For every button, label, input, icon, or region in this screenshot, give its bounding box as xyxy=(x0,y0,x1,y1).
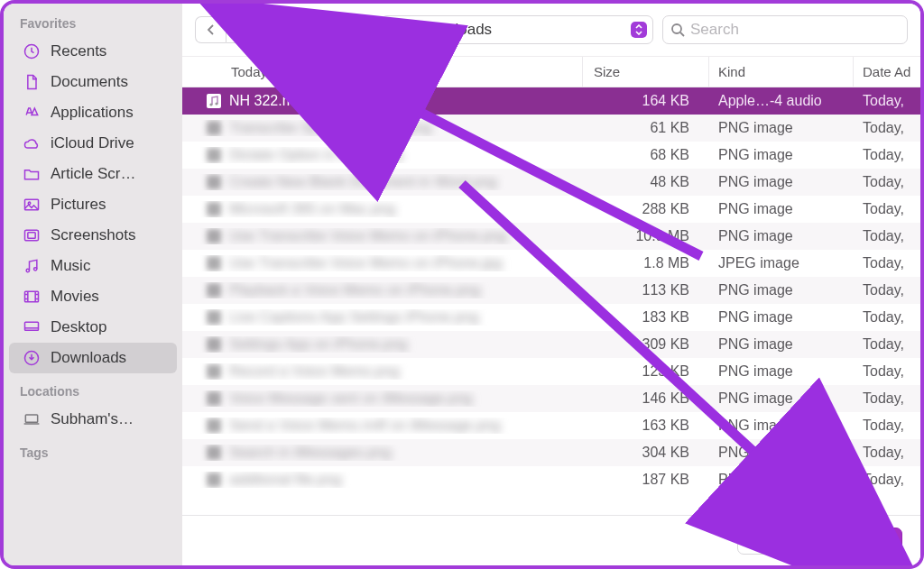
file-date-cell: Today, xyxy=(854,174,920,190)
sidebar-item-label: Movies xyxy=(51,288,164,306)
search-field[interactable] xyxy=(662,15,908,44)
file-row[interactable]: Record a Voice Memo.png123 KBPNG imageTo… xyxy=(182,358,920,385)
file-name-label: Playback a Voice Memo on iPhone.png xyxy=(229,282,480,298)
updown-icon xyxy=(631,22,647,38)
sidebar-item-desktop[interactable]: Desktop xyxy=(9,312,177,343)
view-mode-button[interactable]: ⌄ xyxy=(265,16,314,43)
file-name-label: Record a Voice Memo.png xyxy=(229,363,400,380)
sidebar-item-label: Pictures xyxy=(51,196,164,214)
sidebar-item-label: Screenshots xyxy=(51,226,164,244)
open-button[interactable]: Open xyxy=(829,528,902,555)
file-size-cell: 10.9 MB xyxy=(583,228,709,244)
file-date-cell: Today, xyxy=(854,445,920,461)
column-header-size[interactable]: Size xyxy=(583,57,709,87)
svg-rect-23 xyxy=(207,229,221,243)
image-file-icon xyxy=(206,174,222,190)
sidebar-item-documents[interactable]: Documents xyxy=(9,67,177,97)
search-input[interactable] xyxy=(690,21,900,39)
file-date-cell: Today, xyxy=(854,336,920,353)
column-header-name[interactable]: Today ⌄ xyxy=(182,57,583,87)
sidebar-item-computer[interactable]: Subham's… xyxy=(9,404,177,435)
file-name-cell: NH 322.m4a xyxy=(182,93,583,109)
file-name-cell: Voice Message sent on iMessage.png xyxy=(182,390,583,407)
image-file-icon xyxy=(206,120,222,136)
file-name-cell: Dictate Option in Word.png xyxy=(182,147,583,163)
svg-rect-8 xyxy=(25,322,39,330)
file-size-cell: 183 KB xyxy=(583,309,709,326)
svg-rect-31 xyxy=(207,445,221,460)
file-name-label: Dictate Option in Word.png xyxy=(229,147,402,163)
file-name-cell: Microsoft 365 on Mac.png xyxy=(182,201,583,217)
image-icon xyxy=(22,195,42,215)
file-row[interactable]: Dictate Option in Word.png68 KBPNG image… xyxy=(182,142,920,169)
image-file-icon xyxy=(206,147,222,163)
sidebar-item-downloads[interactable]: Downloads xyxy=(9,343,177,373)
clock-icon xyxy=(22,41,42,61)
svg-point-18 xyxy=(215,102,217,105)
file-row[interactable]: Playback a Voice Memo on iPhone.png113 K… xyxy=(182,277,920,304)
image-file-icon xyxy=(206,363,222,380)
finder-open-dialog: Favorites Recents Documents Applications… xyxy=(0,0,924,569)
file-list[interactable]: NH 322.m4a164 KBApple…-4 audioToday,Tran… xyxy=(182,87,920,515)
sidebar-item-movies[interactable]: Movies xyxy=(9,281,177,312)
file-date-cell: Today, xyxy=(854,255,920,271)
column-header-label: Today xyxy=(231,64,267,79)
cancel-button[interactable]: Cancel xyxy=(737,528,820,555)
file-row[interactable]: Search in iMessages.png304 KBPNG imageTo… xyxy=(182,439,920,466)
file-row[interactable]: Microsoft 365 on Mac.png288 KBPNG imageT… xyxy=(182,196,920,223)
file-size-cell: 187 KB xyxy=(583,472,709,488)
svg-rect-25 xyxy=(207,283,221,298)
file-kind-cell: Apple…-4 audio xyxy=(709,93,854,109)
file-row[interactable]: Send a Voice Memo.m4f on iMessage.png163… xyxy=(182,412,920,439)
nav-buttons xyxy=(195,16,256,43)
back-button[interactable] xyxy=(195,16,226,43)
file-row[interactable]: Use Transcribe Voice Memo on iPhone.png1… xyxy=(182,223,920,250)
laptop-icon xyxy=(22,409,42,429)
column-header-date[interactable]: Date Ad xyxy=(854,57,920,87)
file-row[interactable]: additional file.png187 KBPNG imageToday, xyxy=(182,466,920,493)
file-row[interactable]: Live Captions App Settings iPhone.png183… xyxy=(182,304,920,331)
column-header-label: Date Ad xyxy=(863,64,910,79)
file-name-label: additional file.png xyxy=(229,472,342,488)
sidebar-item-pictures[interactable]: Pictures xyxy=(9,189,177,220)
file-size-cell: 288 KB xyxy=(583,201,709,217)
file-kind-cell: PNG image xyxy=(709,228,854,244)
image-file-icon xyxy=(206,201,222,217)
file-size-cell: 146 KB xyxy=(583,390,709,407)
location-popup[interactable]: Downloads xyxy=(381,15,653,44)
sidebar-item-icloud[interactable]: iCloud Drive xyxy=(9,128,177,159)
file-row[interactable]: Transcribe Speech in Word.png61 KBPNG im… xyxy=(182,115,920,142)
toolbar: ⌄ ⌄ Downloads xyxy=(182,4,920,56)
file-row[interactable]: Create New Blank Document in Word.png48 … xyxy=(182,169,920,196)
sidebar-item-article-scr[interactable]: Article Scr… xyxy=(9,159,177,189)
folder-icon xyxy=(387,21,409,39)
svg-rect-27 xyxy=(207,337,221,352)
svg-point-5 xyxy=(26,269,29,271)
file-name-cell: Search in iMessages.png xyxy=(182,445,583,461)
sidebar-item-recents[interactable]: Recents xyxy=(9,36,177,67)
file-row[interactable]: Use Transcribe Voice Memo on iPhone.jpg1… xyxy=(182,250,920,277)
file-name-label: Use Transcribe Voice Memo on iPhone.png xyxy=(229,228,507,244)
file-kind-cell: PNG image xyxy=(709,445,854,461)
sidebar-item-applications[interactable]: Applications xyxy=(9,97,177,128)
sidebar-item-label: Subham's… xyxy=(51,410,164,428)
content-area: Favorites Recents Documents Applications… xyxy=(4,4,920,565)
music-icon xyxy=(22,256,42,276)
chevron-down-icon: ⌄ xyxy=(297,25,304,35)
doc-icon xyxy=(22,72,42,92)
file-row[interactable]: Voice Message sent on iMessage.png146 KB… xyxy=(182,385,920,412)
sidebar-item-music[interactable]: Music xyxy=(9,251,177,281)
svg-rect-30 xyxy=(207,418,221,433)
file-kind-cell: PNG image xyxy=(709,201,854,217)
file-date-cell: Today, xyxy=(854,228,920,244)
file-date-cell: Today, xyxy=(854,282,920,298)
forward-button[interactable] xyxy=(226,16,256,43)
file-name-cell: Record a Voice Memo.png xyxy=(182,363,583,380)
svg-rect-11 xyxy=(334,24,338,29)
column-header-kind[interactable]: Kind xyxy=(709,57,854,87)
file-row[interactable]: NH 322.m4a164 KBApple…-4 audioToday, xyxy=(182,87,920,115)
sidebar-item-screenshots[interactable]: Screenshots xyxy=(9,220,177,251)
group-by-button[interactable]: ⌄ xyxy=(323,16,372,43)
sidebar-heading: Locations xyxy=(4,382,182,404)
file-row[interactable]: Settings App on iPhone.png309 KBPNG imag… xyxy=(182,331,920,358)
